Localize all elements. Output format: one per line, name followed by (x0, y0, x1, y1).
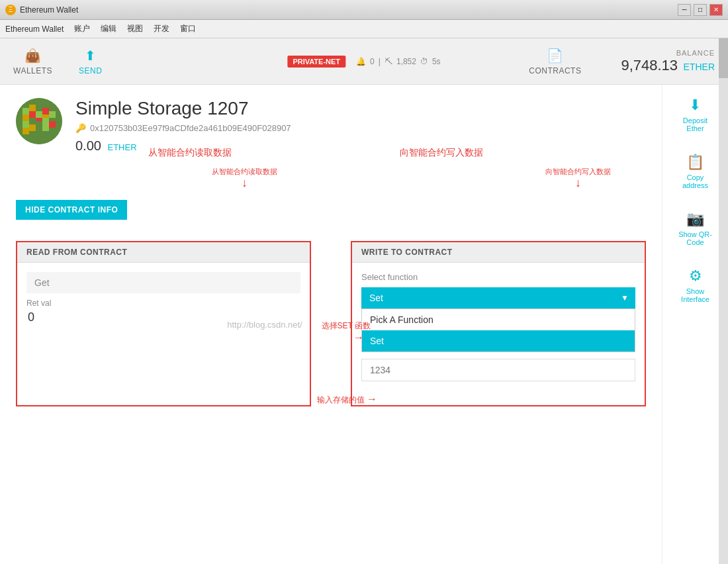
balance-value: 0.00 (75, 138, 101, 153)
select-function-label: Select function (352, 263, 645, 287)
svg-rect-17 (42, 124, 49, 131)
maximize-button[interactable]: □ (694, 4, 707, 16)
svg-rect-18 (23, 128, 29, 134)
annotation-write: 向智能合约写入数据 (400, 147, 483, 159)
balance-row: 9,748.13 ETHER (621, 57, 715, 74)
menu-item-view[interactable]: 视图 (127, 23, 143, 34)
menu-item-edit[interactable]: 编辑 (101, 23, 116, 34)
panel-spacer: 选择SET 函数 → 输入存储的值 → (324, 241, 338, 406)
svg-rect-2 (29, 105, 36, 111)
show-qr-action[interactable]: 📷 Show QR-Code (673, 205, 717, 252)
send-label: SEND (79, 66, 102, 75)
notification-icon: 🔔 (356, 57, 366, 66)
panels-row: READ FROM CONTRACT Get Ret val 0 选择SET 函… (16, 241, 646, 406)
title-bar-title: Ethereum Wallet (20, 5, 678, 15)
balance-label: BALANCE (621, 49, 715, 57)
menu-item-accounts[interactable]: 账户 (74, 23, 90, 34)
copy-icon: 📋 (686, 154, 704, 171)
balance-amount: 9,748.13 (621, 57, 678, 73)
annotation-set: 选择SET 函数 → (271, 320, 371, 344)
menu-item-app[interactable]: Ethereum Wallet (5, 24, 64, 34)
svg-rect-7 (29, 111, 36, 118)
svg-rect-6 (23, 115, 29, 121)
contracts-icon: 📄 (547, 48, 564, 64)
interface-icon: ⚙ (689, 267, 702, 285)
annotation-read-inline: 从智能合约读取数据 (212, 167, 277, 177)
qr-label: Show QR-Code (678, 230, 712, 246)
menu-bar: Ethereum Wallet 账户 编辑 视图 开发 窗口 (0, 20, 728, 38)
dropdown-set[interactable]: Set (362, 330, 635, 352)
copy-address-action[interactable]: 📋 Copyaddress (677, 148, 713, 195)
annotation-input: 输入存储的值 → (245, 393, 377, 406)
contract-address-row: 🔑 0x120753b03Ee97f9aCDfde2a461b09E490F02… (75, 123, 646, 133)
app-icon: Ξ (5, 5, 16, 15)
separator: | (379, 57, 381, 66)
copy-label: Copyaddress (682, 173, 708, 189)
network-badge: PRIVATE-NET (287, 56, 345, 68)
nav-left: 👜 WALLETS ⬆ SEND (13, 48, 102, 75)
function-input-wrapper (361, 359, 635, 381)
block-time: 5s (432, 57, 441, 66)
contract-address-text: 0x120753b03Ee97f9aCDfde2a461b09E490F0289… (90, 123, 291, 133)
send-nav-item[interactable]: ⬆ SEND (79, 48, 102, 75)
scrollbar[interactable] (719, 85, 728, 564)
annotation-write-inline: 向智能合约写入数据 (545, 167, 611, 177)
read-panel: READ FROM CONTRACT Get Ret val 0 (16, 241, 311, 406)
interface-label: ShowInterface (681, 287, 709, 303)
read-panel-body: Get Ret val 0 (17, 263, 310, 342)
app-window: 👜 WALLETS ⬆ SEND PRIVATE-NET 🔔0 | ⛏1,852… (0, 38, 728, 564)
deposit-icon: ⬇ (689, 97, 701, 114)
right-arrow-set: → (271, 332, 364, 344)
show-interface-action[interactable]: ⚙ ShowInterface (676, 262, 715, 308)
right-arrow-input: → (367, 393, 377, 404)
read-panel-header: READ FROM CONTRACT (17, 242, 310, 263)
function-select-display[interactable]: Set (361, 287, 635, 308)
dropdown-pick-function[interactable]: Pick A Function (362, 309, 635, 330)
annotation-arrows: 从智能合约读取数据 ↓ 向智能合约写入数据 ↓ (16, 167, 646, 207)
contracts-nav-item[interactable]: 📄 CONTRACTS (529, 48, 581, 75)
balance-ether-label: ETHER (108, 142, 137, 152)
menu-item-dev[interactable]: 开发 (154, 23, 169, 34)
mining-icon: ⛏ (385, 57, 392, 66)
notification-count: 0 (370, 57, 375, 66)
title-bar: Ξ Ethereum Wallet ─ □ ✕ (0, 0, 728, 20)
block-count: 1,852 (396, 57, 416, 66)
balance-display: BALANCE 9,748.13 ETHER (621, 49, 715, 74)
svg-rect-16 (49, 121, 56, 128)
wallets-icon: 👜 (24, 48, 42, 64)
function-select-wrapper: Set ▼ (361, 287, 635, 308)
deposit-label: DepositEther (683, 117, 707, 132)
function-dropdown-menu: Pick A Function Set (361, 308, 635, 352)
main-content: http://blog.csdn.net/ (0, 85, 662, 564)
qr-icon: 📷 (686, 211, 704, 228)
svg-rect-3 (36, 105, 42, 111)
contract-header: Simple Storage 1207 🔑 0x120753b03Ee97f9a… (16, 98, 646, 154)
nav-right-group: 📄 CONTRACTS BALANCE 9,748.13 ETHER (529, 48, 715, 75)
deposit-ether-action[interactable]: ⬇ DepositEther (678, 91, 713, 138)
svg-rect-10 (29, 118, 36, 124)
close-button[interactable]: ✕ (709, 4, 723, 16)
svg-rect-13 (23, 121, 29, 128)
svg-rect-8 (36, 111, 42, 118)
write-panel-header: WRITE TO CONTRACT (352, 242, 645, 263)
menu-item-window[interactable]: 窗口 (180, 23, 196, 34)
get-function-name: Get (26, 272, 300, 293)
avatar-image (16, 98, 62, 144)
function-value-input[interactable] (361, 359, 635, 381)
selected-function-value: Set (369, 293, 383, 303)
nav-center: PRIVATE-NET 🔔0 | ⛏1,852 ⏱5s (287, 56, 440, 68)
minimize-button[interactable]: ─ (678, 4, 691, 16)
svg-rect-14 (29, 124, 36, 131)
write-panel-body: Select function Set ▼ Pick A Function Se… (352, 263, 645, 381)
contract-info: Simple Storage 1207 🔑 0x120753b03Ee97f9a… (75, 98, 646, 154)
contract-avatar (16, 98, 62, 144)
read-arrow: 从智能合约读取数据 ↓ (212, 167, 277, 189)
wallets-label: WALLETS (13, 66, 52, 75)
top-nav: 👜 WALLETS ⬆ SEND PRIVATE-NET 🔔0 | ⛏1,852… (0, 38, 728, 85)
key-icon: 🔑 (75, 123, 86, 133)
annotation-read: 从智能合约读取数据 (148, 147, 232, 159)
wallets-nav-item[interactable]: 👜 WALLETS (13, 48, 52, 75)
ret-val-label: Ret val (26, 299, 300, 308)
svg-rect-4 (42, 108, 49, 115)
ret-val-value: 0 (28, 310, 300, 324)
